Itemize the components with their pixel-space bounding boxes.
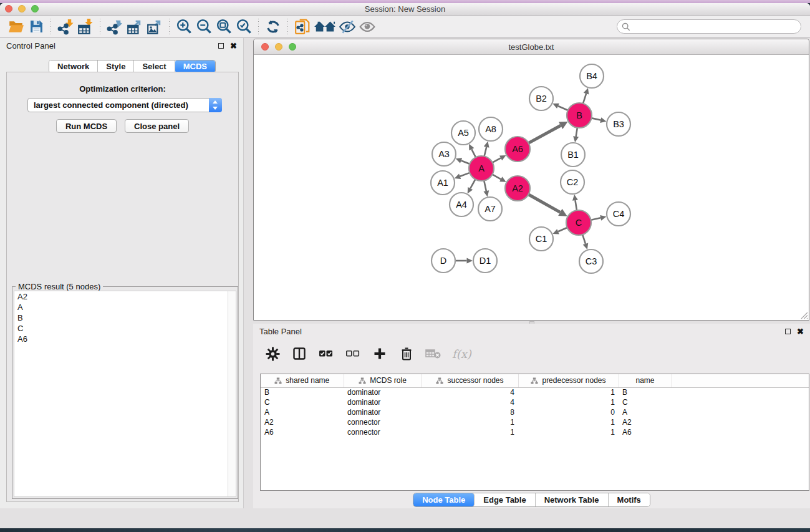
graph-node-C1[interactable]: C1 <box>529 227 553 251</box>
tab-style[interactable]: Style <box>98 60 134 72</box>
zoom-fit-button[interactable] <box>214 17 234 36</box>
close-panel-icon[interactable]: ✖ <box>230 43 237 49</box>
graph-node-A6[interactable]: A6 <box>505 137 530 162</box>
table-row[interactable]: A2connector 11 A2 <box>261 417 809 427</box>
refresh-layout-button[interactable] <box>263 17 283 36</box>
list-item[interactable]: A2 <box>14 291 236 302</box>
home-button[interactable] <box>312 17 337 36</box>
tab-edge-table[interactable]: Edge Table <box>475 493 535 506</box>
table-row[interactable]: Bdominator 41 B <box>261 387 809 397</box>
network-canvas[interactable]: B4B2BB3A5A8A6A3B1AA1C2A2A4A7C4CC1C3DD1 <box>254 55 809 320</box>
graph-node-A[interactable]: A <box>469 156 494 181</box>
zoom-out-button[interactable] <box>194 17 214 36</box>
graph-node-B3[interactable]: B3 <box>607 112 630 136</box>
column-header-name[interactable]: name <box>619 374 672 387</box>
select-all-button[interactable] <box>318 346 334 362</box>
graph-edge-C-C4[interactable] <box>591 218 601 220</box>
delete-table-button[interactable] <box>425 346 441 362</box>
tab-select[interactable]: Select <box>134 60 175 72</box>
graph-node-A4[interactable]: A4 <box>450 193 473 216</box>
zoom-in-button[interactable] <box>174 17 194 36</box>
column-header-successor-nodes[interactable]: successor nodes <box>422 374 518 387</box>
graph-node-C4[interactable]: C4 <box>607 202 630 226</box>
network-zoom-button[interactable] <box>289 43 296 51</box>
export-network-button[interactable] <box>105 17 125 36</box>
deselect-all-button[interactable] <box>345 346 361 362</box>
open-session-button[interactable] <box>6 17 26 36</box>
graph-edge-B-B2[interactable] <box>558 106 569 110</box>
graph-edge-A-A8[interactable] <box>484 147 486 157</box>
close-window-button[interactable] <box>5 5 12 12</box>
hide-panel-button[interactable] <box>337 17 357 36</box>
graph-edge-A-A4[interactable] <box>470 179 476 189</box>
list-item[interactable]: C <box>14 323 236 334</box>
function-builder-icon[interactable]: f(x) <box>452 347 471 360</box>
graph-node-C3[interactable]: C3 <box>579 249 603 273</box>
table-row[interactable]: Cdominator 41 C <box>261 397 809 407</box>
graph-node-B4[interactable]: B4 <box>580 64 604 88</box>
list-item[interactable]: A <box>14 302 236 312</box>
import-network-button[interactable] <box>55 17 75 36</box>
tab-mcds[interactable]: MCDS <box>175 60 215 72</box>
graph-edge-A6-B[interactable] <box>528 125 561 143</box>
graph-edge-C-C1[interactable] <box>558 228 567 232</box>
minimize-window-button[interactable] <box>18 5 26 12</box>
tab-node-table[interactable]: Node Table <box>413 493 475 506</box>
graph-node-C[interactable]: C <box>566 210 591 235</box>
graph-edge-C-C3[interactable] <box>582 234 586 244</box>
tab-network[interactable]: Network <box>49 60 98 72</box>
graph-node-A8[interactable]: A8 <box>479 117 503 141</box>
graph-edge-A-A6[interactable] <box>492 158 501 163</box>
save-session-button[interactable] <box>26 17 46 36</box>
graph-edge-C-C2[interactable] <box>575 200 577 211</box>
zoom-window-button[interactable] <box>31 5 39 12</box>
graph-node-B1[interactable]: B1 <box>561 143 585 167</box>
graph-edge-A-A2[interactable] <box>492 174 501 179</box>
export-image-button[interactable] <box>145 17 165 36</box>
column-header-shared-name[interactable]: shared name <box>261 374 344 387</box>
graph-node-D[interactable]: D <box>432 249 455 273</box>
column-header-predecessor-nodes[interactable]: predecessor nodes <box>518 374 619 387</box>
graph-node-A7[interactable]: A7 <box>478 197 502 221</box>
graph-edge-A2-C[interactable] <box>528 194 561 212</box>
tab-motifs[interactable]: Motifs <box>609 493 650 506</box>
show-column-panel-button[interactable] <box>291 346 307 362</box>
delete-column-button[interactable] <box>398 346 415 362</box>
run-mcds-button[interactable]: Run MCDS <box>56 119 117 133</box>
graph-node-B2[interactable]: B2 <box>529 87 553 110</box>
graph-node-A3[interactable]: A3 <box>432 142 456 166</box>
network-close-button[interactable] <box>261 43 269 51</box>
table-row[interactable]: Adominator 80 A <box>261 407 809 417</box>
graph-node-B[interactable]: B <box>567 103 592 128</box>
show-panel-button[interactable] <box>357 17 377 36</box>
graph-node-C2[interactable]: C2 <box>561 170 584 194</box>
graph-node-A2[interactable]: A2 <box>505 176 530 201</box>
graph-node-D1[interactable]: D1 <box>473 249 497 273</box>
criterion-dropdown[interactable]: largest connected component (directed) <box>27 98 222 112</box>
table-settings-button[interactable] <box>264 346 281 362</box>
network-minimize-button[interactable] <box>275 43 282 51</box>
export-table-button[interactable] <box>125 17 145 36</box>
search-input[interactable] <box>630 21 801 32</box>
graph-node-A1[interactable]: A1 <box>431 171 455 195</box>
graph-edge-B-B3[interactable] <box>591 118 601 120</box>
graph-edge-B-B4[interactable] <box>583 94 586 104</box>
mcds-result-list[interactable]: A2 A B C A6 <box>14 291 236 497</box>
float-panel-icon[interactable] <box>785 329 791 334</box>
column-header-mcds-role[interactable]: MCDS role <box>344 374 422 387</box>
tab-network-table[interactable]: Network Table <box>536 493 609 506</box>
float-panel-icon[interactable] <box>218 43 224 49</box>
graph-edge-A-A3[interactable] <box>461 161 471 165</box>
create-column-button[interactable] <box>372 346 388 362</box>
zoom-selected-button[interactable] <box>234 17 254 36</box>
graph-node-A5[interactable]: A5 <box>451 121 475 145</box>
list-item[interactable]: A6 <box>14 334 236 344</box>
graph-edge-A-A5[interactable] <box>471 149 476 158</box>
graph-edge-A-A7[interactable] <box>484 180 486 191</box>
graph-edge-B-B1[interactable] <box>576 127 577 137</box>
graph-edge-A-A1[interactable] <box>460 173 471 177</box>
list-item[interactable]: B <box>14 312 236 323</box>
copy-network-button[interactable] <box>292 17 312 36</box>
resize-grip-icon[interactable] <box>800 311 808 319</box>
import-table-button[interactable] <box>75 17 95 36</box>
